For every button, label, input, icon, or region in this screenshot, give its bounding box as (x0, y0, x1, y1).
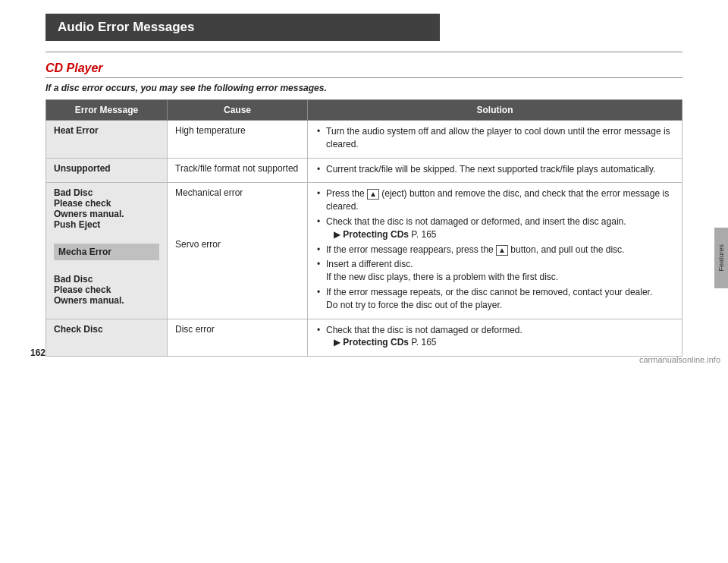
intro-text: If a disc error occurs, you may see the … (46, 83, 682, 93)
error-cell: Heat Error (46, 121, 168, 159)
table-row: Unsupported Track/file format not suppor… (46, 158, 682, 183)
mecha-error-label: Mecha Error (54, 244, 159, 260)
solution-item: Check that the disc is not damaged or de… (315, 215, 674, 241)
error-label: Bad DiscPlease checkOwners manual.Push E… (54, 187, 159, 230)
solution-item: Press the ▲ (eject) button and remove th… (315, 187, 674, 213)
table-row: Heat Error High temperature Turn the aud… (46, 121, 682, 159)
solution-item: Insert a different disc.If the new disc … (315, 258, 674, 284)
sidebar-tab: Features (714, 228, 728, 288)
solution-item: If the error message reappears, press th… (315, 244, 674, 256)
table-row: Bad DiscPlease checkOwners manual.Push E… (46, 183, 682, 319)
solution-item: Current track/file will be skipped. The … (315, 163, 674, 176)
page-number: 162 (30, 348, 46, 358)
eject-icon-2: ▲ (496, 245, 508, 256)
solution-item: Turn the audio system off and allow the … (315, 125, 674, 151)
mechanical-error-cause: Mechanical error (175, 187, 300, 239)
servo-error-cause: Servo error (175, 239, 300, 250)
protecting-cds-ref-2: ▶ Protecting CDs P. 165 (326, 337, 437, 348)
cause-cell: High temperature (168, 121, 308, 159)
table-row: Check Disc Disc error Check that the dis… (46, 319, 682, 357)
error-cell: Unsupported (46, 158, 168, 183)
solution-cell: Current track/file will be skipped. The … (308, 158, 682, 183)
error-cell: Check Disc (46, 319, 168, 357)
error-table: Error Message Cause Solution Heat Error … (46, 99, 682, 357)
page-header: Audio Error Messages (46, 14, 440, 41)
bad-disc-servo-label: Bad DiscPlease checkOwners manual. (54, 274, 159, 306)
error-cell: Bad DiscPlease checkOwners manual.Push E… (46, 183, 168, 319)
eject-icon: ▲ (367, 189, 379, 200)
col-header-cause: Cause (168, 100, 308, 121)
col-header-solution: Solution (308, 100, 682, 121)
watermark: carmanualsonline.info (639, 355, 720, 364)
sidebar-label: Features (717, 244, 725, 272)
cause-cell: Mechanical error Servo error (168, 183, 308, 319)
solution-cell: Turn the audio system off and allow the … (308, 121, 682, 159)
solution-item: If the error message repeats, or the dis… (315, 286, 674, 312)
section-title: CD Player (46, 61, 682, 78)
header-divider (46, 52, 682, 52)
solution-item: Check that the disc is not damaged or de… (315, 324, 674, 350)
cause-cell: Track/file format not supported (168, 158, 308, 183)
cause-cell: Disc error (168, 319, 308, 357)
protecting-cds-ref: ▶ Protecting CDs P. 165 (326, 229, 437, 240)
solution-cell: Check that the disc is not damaged or de… (308, 319, 682, 357)
page-title: Audio Error Messages (58, 20, 194, 34)
solution-cell: Press the ▲ (eject) button and remove th… (308, 183, 682, 319)
col-header-error: Error Message (46, 100, 168, 121)
